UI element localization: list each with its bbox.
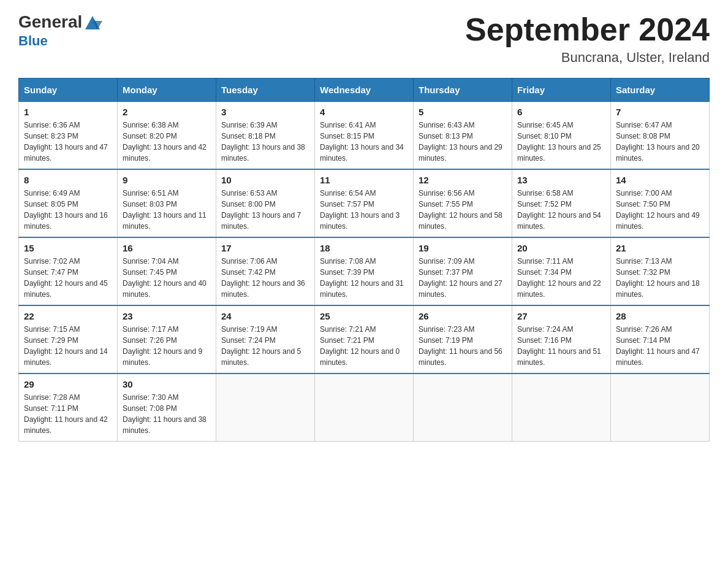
calendar-cell (611, 373, 710, 442)
day-number: 17 (221, 243, 309, 253)
day-number: 27 (517, 311, 605, 321)
calendar-cell: 8Sunrise: 6:49 AMSunset: 8:05 PMDaylight… (19, 169, 118, 237)
day-info: Sunrise: 7:26 AMSunset: 7:14 PMDaylight:… (616, 324, 704, 368)
day-number: 22 (24, 311, 112, 321)
calendar-cell (512, 373, 611, 442)
day-info: Sunrise: 7:06 AMSunset: 7:42 PMDaylight:… (221, 256, 309, 300)
day-number: 24 (221, 311, 309, 321)
calendar-cell: 5Sunrise: 6:43 AMSunset: 8:13 PMDaylight… (414, 102, 512, 170)
title-area: September 2024 Buncrana, Ulster, Ireland (465, 12, 710, 66)
calendar-cell: 23Sunrise: 7:17 AMSunset: 7:26 PMDayligh… (118, 305, 216, 373)
day-number: 30 (123, 379, 211, 389)
logo-general-text: General (18, 13, 82, 31)
day-info: Sunrise: 6:58 AMSunset: 7:52 PMDaylight:… (517, 188, 605, 232)
day-number: 21 (616, 243, 704, 253)
weekday-header-friday: Friday (512, 79, 611, 102)
calendar-week-row: 1Sunrise: 6:36 AMSunset: 8:23 PMDaylight… (19, 102, 710, 170)
day-info: Sunrise: 7:15 AMSunset: 7:29 PMDaylight:… (24, 324, 112, 368)
calendar-cell: 16Sunrise: 7:04 AMSunset: 7:45 PMDayligh… (118, 237, 216, 305)
calendar-cell: 24Sunrise: 7:19 AMSunset: 7:24 PMDayligh… (216, 305, 315, 373)
day-info: Sunrise: 6:36 AMSunset: 8:23 PMDaylight:… (24, 120, 112, 164)
day-number: 16 (123, 243, 211, 253)
calendar-week-row: 15Sunrise: 7:02 AMSunset: 7:47 PMDayligh… (19, 237, 710, 305)
day-number: 29 (24, 379, 112, 389)
calendar-cell: 15Sunrise: 7:02 AMSunset: 7:47 PMDayligh… (19, 237, 118, 305)
calendar-cell: 29Sunrise: 7:28 AMSunset: 7:11 PMDayligh… (19, 373, 118, 442)
calendar-cell: 11Sunrise: 6:54 AMSunset: 7:57 PMDayligh… (315, 169, 414, 237)
day-number: 7 (616, 107, 704, 117)
calendar-cell: 27Sunrise: 7:24 AMSunset: 7:16 PMDayligh… (512, 305, 611, 373)
calendar-cell: 21Sunrise: 7:13 AMSunset: 7:32 PMDayligh… (611, 237, 710, 305)
header: General Blue September 2024 Buncrana, Ul… (18, 12, 710, 66)
day-number: 2 (123, 107, 211, 117)
location-title: Buncrana, Ulster, Ireland (465, 50, 710, 66)
day-info: Sunrise: 7:30 AMSunset: 7:08 PMDaylight:… (123, 392, 211, 436)
weekday-header-saturday: Saturday (611, 79, 710, 102)
calendar-cell: 2Sunrise: 6:38 AMSunset: 8:20 PMDaylight… (118, 102, 216, 170)
day-info: Sunrise: 6:54 AMSunset: 7:57 PMDaylight:… (320, 188, 408, 232)
day-info: Sunrise: 7:23 AMSunset: 7:19 PMDaylight:… (419, 324, 507, 368)
day-number: 12 (419, 175, 507, 185)
calendar-cell: 25Sunrise: 7:21 AMSunset: 7:21 PMDayligh… (315, 305, 414, 373)
day-info: Sunrise: 6:49 AMSunset: 8:05 PMDaylight:… (24, 188, 112, 232)
day-info: Sunrise: 7:21 AMSunset: 7:21 PMDaylight:… (320, 324, 408, 368)
day-number: 10 (221, 175, 309, 185)
calendar-cell: 28Sunrise: 7:26 AMSunset: 7:14 PMDayligh… (611, 305, 710, 373)
calendar-cell: 30Sunrise: 7:30 AMSunset: 7:08 PMDayligh… (118, 373, 216, 442)
day-info: Sunrise: 7:19 AMSunset: 7:24 PMDaylight:… (221, 324, 309, 368)
calendar-cell: 6Sunrise: 6:45 AMSunset: 8:10 PMDaylight… (512, 102, 611, 170)
calendar-cell: 10Sunrise: 6:53 AMSunset: 8:00 PMDayligh… (216, 169, 315, 237)
calendar-cell: 7Sunrise: 6:47 AMSunset: 8:08 PMDaylight… (611, 102, 710, 170)
day-info: Sunrise: 7:24 AMSunset: 7:16 PMDaylight:… (517, 324, 605, 368)
day-info: Sunrise: 6:43 AMSunset: 8:13 PMDaylight:… (419, 120, 507, 164)
day-info: Sunrise: 6:47 AMSunset: 8:08 PMDaylight:… (616, 120, 704, 164)
day-number: 4 (320, 107, 408, 117)
day-info: Sunrise: 6:51 AMSunset: 8:03 PMDaylight:… (123, 188, 211, 232)
day-number: 11 (320, 175, 408, 185)
calendar-cell: 3Sunrise: 6:39 AMSunset: 8:18 PMDaylight… (216, 102, 315, 170)
calendar-cell: 26Sunrise: 7:23 AMSunset: 7:19 PMDayligh… (414, 305, 512, 373)
calendar-cell: 1Sunrise: 6:36 AMSunset: 8:23 PMDaylight… (19, 102, 118, 170)
calendar-cell: 19Sunrise: 7:09 AMSunset: 7:37 PMDayligh… (414, 237, 512, 305)
day-info: Sunrise: 6:56 AMSunset: 7:55 PMDaylight:… (419, 188, 507, 232)
day-number: 18 (320, 243, 408, 253)
logo-blue-text: Blue (18, 33, 48, 49)
day-number: 23 (123, 311, 211, 321)
calendar-cell (414, 373, 512, 442)
day-number: 8 (24, 175, 112, 185)
weekday-header-row: SundayMondayTuesdayWednesdayThursdayFrid… (19, 79, 710, 102)
calendar-cell: 17Sunrise: 7:06 AMSunset: 7:42 PMDayligh… (216, 237, 315, 305)
weekday-header-thursday: Thursday (414, 79, 512, 102)
day-info: Sunrise: 7:08 AMSunset: 7:39 PMDaylight:… (320, 256, 408, 300)
day-number: 6 (517, 107, 605, 117)
day-info: Sunrise: 7:04 AMSunset: 7:45 PMDaylight:… (123, 256, 211, 300)
calendar-table: SundayMondayTuesdayWednesdayThursdayFrid… (18, 78, 710, 442)
weekday-header-tuesday: Tuesday (216, 79, 315, 102)
day-info: Sunrise: 7:28 AMSunset: 7:11 PMDaylight:… (24, 392, 112, 436)
day-info: Sunrise: 7:02 AMSunset: 7:47 PMDaylight:… (24, 256, 112, 300)
calendar-cell: 14Sunrise: 7:00 AMSunset: 7:50 PMDayligh… (611, 169, 710, 237)
day-number: 13 (517, 175, 605, 185)
calendar-cell (216, 373, 315, 442)
day-number: 19 (419, 243, 507, 253)
calendar-week-row: 8Sunrise: 6:49 AMSunset: 8:05 PMDaylight… (19, 169, 710, 237)
calendar-cell: 9Sunrise: 6:51 AMSunset: 8:03 PMDaylight… (118, 169, 216, 237)
calendar-week-row: 22Sunrise: 7:15 AMSunset: 7:29 PMDayligh… (19, 305, 710, 373)
calendar-week-row: 29Sunrise: 7:28 AMSunset: 7:11 PMDayligh… (19, 373, 710, 442)
day-info: Sunrise: 7:17 AMSunset: 7:26 PMDaylight:… (123, 324, 211, 368)
day-number: 1 (24, 107, 112, 117)
calendar-cell (315, 373, 414, 442)
day-number: 28 (616, 311, 704, 321)
day-info: Sunrise: 7:09 AMSunset: 7:37 PMDaylight:… (419, 256, 507, 300)
day-number: 3 (221, 107, 309, 117)
day-number: 15 (24, 243, 112, 253)
day-number: 25 (320, 311, 408, 321)
logo: General Blue (18, 12, 103, 49)
month-title: September 2024 (465, 12, 710, 47)
day-number: 14 (616, 175, 704, 185)
day-info: Sunrise: 6:39 AMSunset: 8:18 PMDaylight:… (221, 120, 309, 164)
day-number: 26 (419, 311, 507, 321)
day-info: Sunrise: 6:53 AMSunset: 8:00 PMDaylight:… (221, 188, 309, 232)
day-info: Sunrise: 7:00 AMSunset: 7:50 PMDaylight:… (616, 188, 704, 232)
day-number: 20 (517, 243, 605, 253)
